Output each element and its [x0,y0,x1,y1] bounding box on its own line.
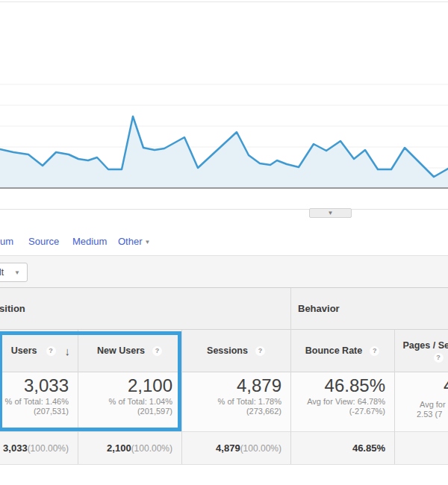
row-users-pct: (100.00%) [28,443,69,454]
pages-session-avg-value: 2.53 (7 [417,410,442,419]
users-total: 3,033 [0,375,69,397]
summary-users: 3,033 % of Total: 1.46% (207,531) [0,372,78,431]
chevron-down-icon: ▼ [145,239,151,245]
users-label: Users [11,345,37,356]
help-icon[interactable]: ? [46,346,56,356]
traffic-area-chart [0,75,448,189]
chevron-down-icon: ▼ [328,210,334,216]
sessions-grand-total: (273,662) [181,407,281,416]
summary-bounce-rate: 46.85% Avg for View: 64.78% (-27.67%) [290,372,394,431]
pages-session-avg-for-view: Avg for [420,400,446,410]
chart-section-divider [0,209,448,210]
column-header-users[interactable]: Users ? ↓ [0,330,78,372]
users-grand-total: (207,531) [0,407,69,416]
sort-descending-icon: ↓ [65,345,71,357]
group-header-behavior: Behavior [298,303,340,314]
row-users-value: 3,033 [3,442,28,454]
row-cell-new-users: 2,100(100.00%) [78,432,181,464]
dimension-link-source-medium[interactable]: Source / Medium [0,236,13,247]
row-cell-sessions: 4,879(100.00%) [181,432,290,464]
bounce-rate-label: Bounce Rate [305,345,362,356]
new-users-grand-total: (201,597) [78,407,172,416]
sessions-total: 4,879 [181,375,281,397]
pages-session-total: 4 [444,375,448,397]
sort-type-value: Default [0,267,4,278]
dimension-link-other[interactable]: Other▼ [118,236,150,247]
sort-type-dropdown[interactable]: Default▼ [0,263,28,282]
pages-session-label: Pages / Session [402,340,448,351]
table-toolbar [0,255,448,287]
group-header-acquisition: Acquisition [0,303,25,314]
table-bottom-border [0,464,448,465]
collapse-chart-button[interactable]: ▼ [309,208,352,218]
row-cell-users: 3,033(100.00%) [0,432,78,464]
help-icon[interactable]: ? [370,346,379,356]
bounce-rate-delta: (-27.67%) [290,407,385,416]
table-group-header-row [0,288,448,329]
help-icon[interactable]: ? [152,346,162,356]
users-pct-of-total: % of Total: 1.46% [0,397,69,407]
chevron-down-icon: ▼ [14,269,20,276]
summary-new-users: 2,100 % of Total: 1.04% (201,597) [78,372,181,431]
bounce-rate-avg-for-view: Avg for View: 64.78% [290,397,385,407]
row-cell-bounce-rate: 46.85% [290,432,394,464]
top-divider [0,1,448,2]
dimension-link-medium[interactable]: Medium [72,236,107,247]
analytics-screen: ▼ Source / Medium Source Medium Other▼ D… [0,0,448,485]
new-users-pct-of-total: % of Total: 1.04% [78,397,172,407]
sessions-pct-of-total: % of Total: 1.78% [181,397,281,407]
help-icon[interactable]: ? [255,346,265,356]
traffic-chart-svg [0,75,448,189]
column-header-pages-session[interactable]: Pages / Session ? [394,330,448,372]
column-header-sessions[interactable]: Sessions ? [181,330,290,372]
sessions-label: Sessions [207,345,248,356]
row-new-users-value: 2,100 [107,442,131,454]
dimension-link-source[interactable]: Source [28,236,59,247]
table-top-border [0,287,448,288]
row-new-users-pct: (100.00%) [131,443,172,454]
row-sessions-pct: (100.00%) [240,443,281,454]
bounce-rate-total: 46.85% [290,375,385,397]
new-users-label: New Users [97,345,145,356]
row-sessions-value: 4,879 [216,442,240,454]
row-bounce-rate-value: 46.85% [352,442,385,454]
column-header-new-users[interactable]: New Users ? [78,330,181,372]
summary-sessions: 4,879 % of Total: 1.78% (273,662) [181,372,290,431]
column-header-bounce-rate[interactable]: Bounce Rate ? [290,330,394,372]
new-users-total: 2,100 [78,375,172,397]
help-icon[interactable]: ? [434,353,444,363]
